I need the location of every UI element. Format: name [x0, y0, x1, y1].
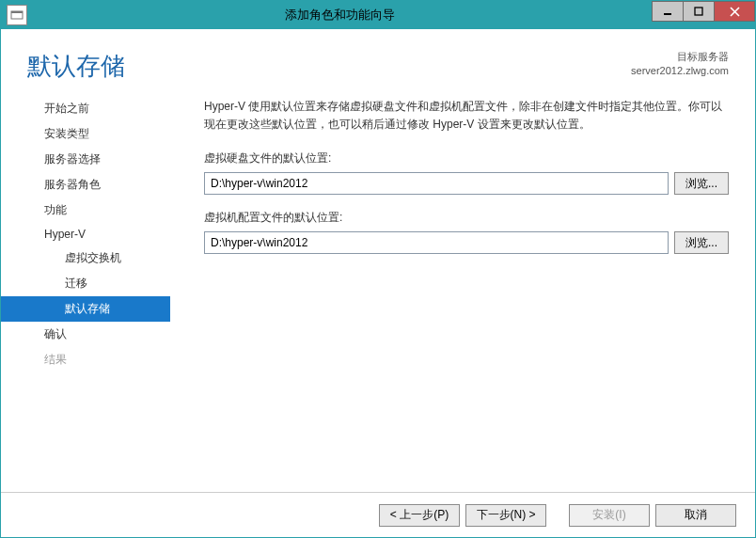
- page-title: 默认存储: [27, 50, 631, 83]
- wizard-header: 默认存储 目标服务器 server2012.zlwg.com: [1, 29, 755, 92]
- vm-config-path-row: 浏览...: [204, 231, 729, 254]
- vhd-path-label: 虚拟硬盘文件的默认位置:: [204, 150, 729, 166]
- wizard-window: 添加角色和功能向导 默认存储 目标服务器 server2012.zlwg.com…: [0, 0, 756, 538]
- maximize-button[interactable]: [683, 1, 715, 22]
- svg-rect-3: [695, 8, 702, 15]
- vhd-browse-button[interactable]: 浏览...: [674, 172, 729, 195]
- vm-config-path-label: 虚拟机配置文件的默认位置:: [204, 210, 729, 226]
- sidebar-item-6[interactable]: 虚拟交换机: [1, 245, 170, 271]
- app-icon: [7, 5, 27, 25]
- wizard-content: 开始之前安装类型服务器选择服务器角色功能Hyper-V虚拟交换机迁移默认存储确认…: [1, 92, 755, 492]
- next-button[interactable]: 下一步(N) >: [465, 504, 546, 527]
- close-button[interactable]: [714, 1, 755, 22]
- wizard-sidebar: 开始之前安装类型服务器选择服务器角色功能Hyper-V虚拟交换机迁移默认存储确认…: [1, 92, 170, 492]
- sidebar-item-4[interactable]: 功能: [1, 198, 170, 223]
- wizard-footer: < 上一步(P) 下一步(N) > 安装(I) 取消: [1, 492, 755, 537]
- sidebar-item-5[interactable]: Hyper-V: [1, 223, 170, 245]
- sidebar-item-8[interactable]: 默认存储: [1, 296, 170, 322]
- sidebar-item-0[interactable]: 开始之前: [1, 96, 170, 121]
- target-server-value: server2012.zlwg.com: [631, 64, 729, 78]
- window-controls: [653, 1, 755, 29]
- svg-rect-1: [11, 11, 23, 13]
- wizard-body: 默认存储 目标服务器 server2012.zlwg.com 开始之前安装类型服…: [1, 29, 755, 537]
- target-server-label: 目标服务器: [631, 50, 729, 64]
- target-server-box: 目标服务器 server2012.zlwg.com: [631, 50, 729, 79]
- minimize-button[interactable]: [652, 1, 684, 22]
- sidebar-item-1[interactable]: 安装类型: [1, 121, 170, 147]
- install-button[interactable]: 安装(I): [569, 504, 650, 527]
- main-panel: Hyper-V 使用默认位置来存储虚拟硬盘文件和虚拟机配置文件，除非在创建文件时…: [170, 92, 755, 492]
- sidebar-item-2[interactable]: 服务器选择: [1, 147, 170, 172]
- sidebar-item-9[interactable]: 确认: [1, 322, 170, 347]
- vhd-path-input[interactable]: [204, 172, 669, 195]
- titlebar: 添加角色和功能向导: [1, 1, 755, 29]
- vhd-path-row: 浏览...: [204, 172, 729, 195]
- vm-config-browse-button[interactable]: 浏览...: [674, 231, 729, 254]
- window-title: 添加角色和功能向导: [27, 7, 653, 24]
- sidebar-item-3[interactable]: 服务器角色: [1, 172, 170, 198]
- description-text: Hyper-V 使用默认位置来存储虚拟硬盘文件和虚拟机配置文件，除非在创建文件时…: [204, 98, 729, 134]
- previous-button[interactable]: < 上一步(P): [379, 504, 460, 527]
- sidebar-item-10: 结果: [1, 347, 170, 372]
- cancel-button[interactable]: 取消: [655, 504, 736, 527]
- vm-config-path-input[interactable]: [204, 231, 669, 254]
- sidebar-item-7[interactable]: 迁移: [1, 271, 170, 296]
